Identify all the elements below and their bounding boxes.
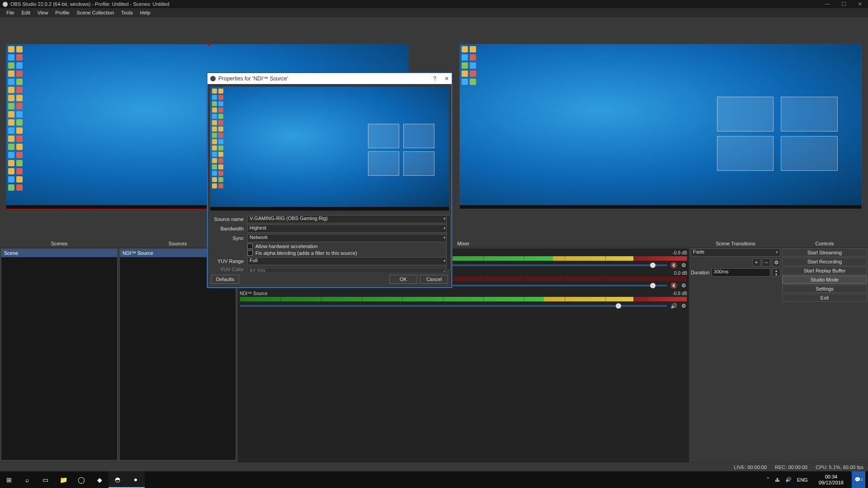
dialog-close-button[interactable]: ✕ bbox=[444, 75, 449, 82]
obs-icon bbox=[3, 2, 8, 7]
yuv-color-label: YUV Color Space bbox=[211, 267, 244, 272]
tray-volume-icon[interactable]: 🔊 bbox=[785, 477, 792, 483]
defaults-button[interactable]: Defaults bbox=[211, 275, 239, 284]
menu-view[interactable]: View bbox=[34, 9, 52, 16]
source-name-select[interactable]: V-GAMING-RIG (OBS Gaming Rig)▾ bbox=[247, 215, 448, 223]
window-title: OBS Studio 22.0.2 (64-bit, windows) - Pr… bbox=[10, 1, 170, 7]
bandwidth-label: Bandwidth bbox=[211, 226, 244, 231]
obs-taskbar-icon[interactable]: ● bbox=[127, 471, 145, 488]
transition-remove-button[interactable]: − bbox=[762, 258, 770, 267]
start-recording-button[interactable]: Start Recording bbox=[782, 258, 867, 266]
gear-icon[interactable]: ⚙ bbox=[680, 302, 687, 310]
status-cpu: CPU: 5.1%, 60.00 fps bbox=[816, 465, 863, 470]
menubar: File Edit View Profile Scene Collection … bbox=[0, 8, 868, 17]
start-streaming-button[interactable]: Start Streaming bbox=[782, 249, 867, 257]
sync-select[interactable]: Network▾ bbox=[247, 234, 448, 242]
transition-select[interactable]: Fade▾ bbox=[691, 249, 780, 257]
notifications-button[interactable]: 💬2 bbox=[852, 471, 865, 488]
volume-slider[interactable] bbox=[240, 305, 667, 307]
scenes-header: Scenes bbox=[0, 239, 118, 248]
transitions-panel: Scene Transitions Fade▾ + − ⚙ Duration 3… bbox=[690, 239, 781, 471]
steam-icon[interactable]: ◓ bbox=[108, 471, 127, 488]
sync-label: Sync bbox=[211, 235, 244, 241]
scenes-list[interactable]: Scene bbox=[1, 249, 118, 460]
channel-db: 0.0 dB bbox=[674, 271, 687, 276]
mixer-channel-ndi: NDI™ Source-0.8 dB 🔊 ⚙ bbox=[240, 291, 687, 310]
chrome-icon[interactable]: ◯ bbox=[72, 471, 90, 488]
yuv-range-select[interactable]: Full▾ bbox=[247, 257, 448, 265]
obs-icon bbox=[210, 76, 216, 81]
alpha-checkbox[interactable] bbox=[247, 250, 253, 256]
controls-header: Controls bbox=[781, 239, 868, 248]
channel-name: NDI™ Source bbox=[240, 291, 268, 296]
audio-meter bbox=[240, 297, 687, 301]
channel-db: -0.8 dB bbox=[673, 250, 687, 255]
controls-panel: Controls Start Streaming Start Recording… bbox=[781, 239, 868, 471]
dialog-title: Properties for 'NDI™ Source' bbox=[218, 75, 288, 82]
transitions-header: Scene Transitions bbox=[690, 239, 781, 248]
minimize-button[interactable]: — bbox=[819, 1, 835, 7]
dialog-help-button[interactable]: ? bbox=[433, 75, 436, 82]
properties-dialog: Properties for 'NDI™ Source' ? ✕ Source … bbox=[207, 73, 452, 288]
menu-edit[interactable]: Edit bbox=[18, 9, 34, 16]
taskview-button[interactable]: ▭ bbox=[36, 471, 54, 488]
mute-icon[interactable]: 🔇 bbox=[670, 282, 677, 289]
transition-settings-button[interactable]: ⚙ bbox=[772, 258, 780, 267]
dialog-titlebar[interactable]: Properties for 'NDI™ Source' ? ✕ bbox=[208, 73, 452, 84]
scenes-panel: Scenes Scene + − ˄ ˅ bbox=[0, 239, 118, 471]
yuv-range-label: YUV Range bbox=[211, 258, 244, 264]
menu-scene-collection[interactable]: Scene Collection bbox=[73, 9, 118, 16]
menu-tools[interactable]: Tools bbox=[118, 9, 137, 16]
gear-icon[interactable]: ⚙ bbox=[680, 262, 687, 269]
menu-help[interactable]: Help bbox=[137, 9, 154, 16]
duration-label: Duration bbox=[691, 270, 710, 275]
channel-db: -0.8 dB bbox=[673, 291, 687, 296]
alpha-label: Fix alpha blending (adds a filter to thi… bbox=[255, 250, 357, 256]
bandwidth-select[interactable]: Highest▾ bbox=[247, 225, 448, 233]
start-replay-button[interactable]: Start Replay Buffer bbox=[782, 267, 867, 275]
start-button[interactable]: ⊞ bbox=[0, 471, 18, 488]
scene-item[interactable]: Scene bbox=[1, 249, 117, 257]
yuv-color-select[interactable]: BT.709▾ bbox=[247, 268, 448, 272]
menu-profile[interactable]: Profile bbox=[52, 9, 73, 16]
cancel-button[interactable]: Cancel bbox=[420, 275, 448, 284]
duration-input[interactable]: 300ms bbox=[712, 268, 770, 277]
tray-chevron-icon[interactable]: ˄ bbox=[767, 477, 769, 483]
tray-lang[interactable]: ENG bbox=[797, 477, 808, 483]
transition-add-button[interactable]: + bbox=[752, 258, 760, 267]
ok-button[interactable]: OK bbox=[389, 275, 417, 284]
app-icon[interactable]: ◆ bbox=[90, 471, 108, 488]
dialog-preview bbox=[210, 87, 449, 211]
status-live: LIVE: 00:00:00 bbox=[734, 465, 767, 470]
status-rec: REC: 00:00:00 bbox=[775, 465, 807, 470]
search-button[interactable]: ⌕ bbox=[18, 471, 36, 488]
windows-taskbar: ⊞ ⌕ ▭ 📁 ◯ ◆ ◓ ● ˄ 🖧 🔊 ENG 00:34 09/12/20… bbox=[0, 471, 868, 488]
maximize-button[interactable]: ☐ bbox=[835, 1, 852, 7]
tray-network-icon[interactable]: 🖧 bbox=[775, 477, 780, 483]
studio-mode-button[interactable]: Studio Mode bbox=[782, 276, 867, 284]
hw-accel-label: Allow hardware acceleration bbox=[255, 244, 318, 249]
exit-button[interactable]: Exit bbox=[782, 294, 867, 302]
status-bar: LIVE: 00:00:00 REC: 00:00:00 CPU: 5.1%, … bbox=[0, 462, 868, 471]
window-titlebar: OBS Studio 22.0.2 (64-bit, windows) - Pr… bbox=[0, 0, 868, 8]
settings-button[interactable]: Settings bbox=[782, 285, 867, 293]
explorer-icon[interactable]: 📁 bbox=[54, 471, 72, 488]
mute-icon[interactable]: 🔇 bbox=[670, 262, 677, 269]
tray-clock[interactable]: 00:34 09/12/2018 bbox=[819, 474, 844, 485]
duration-stepper[interactable]: ▴▾ bbox=[772, 268, 780, 277]
hw-accel-checkbox[interactable] bbox=[247, 244, 253, 249]
menu-file[interactable]: File bbox=[3, 9, 18, 16]
speaker-icon[interactable]: 🔊 bbox=[670, 302, 677, 310]
preview-right[interactable] bbox=[434, 17, 868, 239]
close-button[interactable]: ✕ bbox=[852, 1, 868, 7]
source-name-label: Source name bbox=[211, 216, 244, 222]
gear-icon[interactable]: ⚙ bbox=[680, 282, 687, 289]
